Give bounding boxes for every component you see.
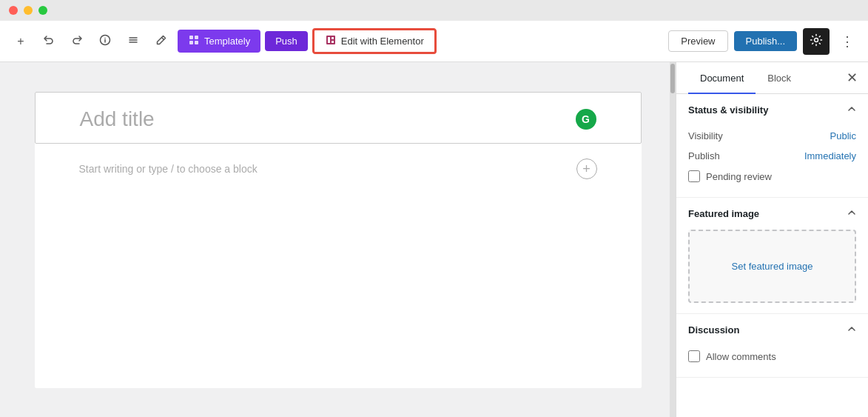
toolbar: + [0, 21, 868, 62]
gear-icon [810, 33, 823, 50]
publish-button[interactable]: Publish... [734, 31, 797, 51]
set-featured-image-label: Set featured image [732, 261, 813, 272]
featured-image-header[interactable]: Featured image [676, 198, 868, 230]
discussion-title: Discussion [688, 324, 739, 336]
redo-icon [71, 34, 83, 49]
redo-button[interactable] [65, 30, 89, 53]
svg-rect-9 [195, 41, 198, 44]
chevron-up-icon-2 [847, 208, 856, 219]
status-visibility-body: Visibility Public Publish Immediately Pe… [676, 126, 868, 197]
more-options-button[interactable]: ⋮ [835, 30, 859, 53]
publish-label: Publish... [746, 36, 785, 47]
edit-with-elementor-button[interactable]: Edit with Elementor [312, 28, 437, 54]
vertical-dots-icon: ⋮ [841, 33, 854, 50]
tab-document[interactable]: Document [688, 62, 756, 94]
right-panel: Document Block ✕ Status & visibility [676, 62, 868, 417]
visibility-label: Visibility [688, 130, 723, 141]
title-input-row: Add title G [80, 107, 596, 131]
discussion-header[interactable]: Discussion [676, 314, 868, 346]
panel-tabs: Document Block ✕ [676, 62, 868, 94]
publish-row: Publish Immediately [688, 146, 856, 166]
svg-rect-8 [189, 41, 193, 44]
visibility-row: Visibility Public [688, 126, 856, 146]
add-block-inline-button[interactable]: + [576, 159, 597, 179]
toolbar-left: + [9, 28, 662, 54]
toolbar-right: Preview Publish... ⋮ [668, 28, 859, 55]
pending-review-row: Pending review [688, 166, 856, 187]
main-layout: Add title G Start writing or type / to c… [0, 62, 868, 417]
close-icon: ✕ [847, 70, 858, 86]
edit-button[interactable] [149, 30, 173, 53]
list-view-button[interactable] [121, 30, 145, 53]
chevron-up-icon [847, 104, 856, 116]
chevron-up-icon-3 [847, 324, 856, 336]
editor-content: Add title G Start writing or type / to c… [35, 92, 642, 388]
status-visibility-header[interactable]: Status & visibility [676, 94, 868, 126]
svg-rect-7 [195, 36, 198, 39]
publish-label: Publish [688, 150, 720, 161]
info-button[interactable] [93, 30, 117, 53]
allow-comments-checkbox[interactable] [688, 350, 700, 362]
title-placeholder[interactable]: Add title [80, 107, 576, 131]
templately-button[interactable]: Templately [178, 30, 260, 53]
elementor-icon [325, 34, 337, 48]
tab-block[interactable]: Block [756, 62, 803, 94]
allow-comments-row: Allow comments [688, 346, 856, 367]
publish-value[interactable]: Immediately [804, 150, 856, 161]
elementor-label: Edit with Elementor [341, 36, 424, 47]
featured-image-section: Featured image Set featured image [676, 198, 868, 314]
list-icon [127, 34, 139, 49]
plus-icon: + [582, 161, 591, 177]
scrollbar-thumb [670, 64, 675, 93]
templately-icon [188, 34, 200, 48]
svg-rect-11 [328, 37, 330, 43]
featured-image-title: Featured image [688, 208, 759, 219]
set-featured-image-button[interactable]: Set featured image [688, 230, 856, 303]
editor-area: Add title G Start writing or type / to c… [0, 62, 676, 417]
undo-button[interactable] [37, 30, 61, 53]
svg-rect-6 [189, 36, 193, 39]
templately-label: Templately [204, 36, 250, 47]
svg-rect-12 [332, 37, 334, 39]
svg-rect-10 [326, 36, 335, 44]
push-button[interactable]: Push [265, 31, 308, 51]
traffic-light-red[interactable] [9, 6, 18, 15]
pencil-icon [155, 34, 167, 49]
traffic-light-green[interactable] [38, 6, 47, 15]
discussion-section: Discussion Allow comments [676, 314, 868, 378]
allow-comments-label: Allow comments [706, 351, 776, 362]
discussion-body: Allow comments [676, 346, 868, 377]
status-visibility-section: Status & visibility Visibility Public Pu… [676, 94, 868, 198]
svg-rect-13 [332, 41, 334, 43]
content-area: Start writing or type / to choose a bloc… [35, 144, 642, 194]
visibility-value[interactable]: Public [830, 130, 856, 141]
undo-icon [43, 34, 55, 49]
title-area: Add title G [35, 92, 642, 144]
pending-review-checkbox[interactable] [688, 170, 700, 182]
scrollbar[interactable] [670, 62, 676, 417]
svg-point-14 [815, 38, 818, 41]
add-icon: + [17, 35, 24, 48]
title-bar [0, 0, 868, 21]
featured-image-body: Set featured image [676, 230, 868, 313]
push-label: Push [275, 36, 297, 47]
svg-line-5 [162, 37, 164, 39]
status-visibility-title: Status & visibility [688, 104, 768, 116]
preview-button[interactable]: Preview [668, 30, 727, 52]
add-block-toolbar-button[interactable]: + [9, 30, 33, 53]
content-placeholder[interactable]: Start writing or type / to choose a bloc… [79, 163, 258, 175]
traffic-light-yellow[interactable] [24, 6, 33, 15]
preview-label: Preview [681, 36, 715, 47]
panel-close-button[interactable]: ✕ [841, 67, 862, 88]
svg-point-1 [104, 37, 106, 39]
settings-button[interactable] [803, 28, 830, 55]
info-icon [99, 34, 111, 49]
grammarly-icon: G [576, 109, 596, 130]
pending-review-label: Pending review [706, 171, 772, 182]
